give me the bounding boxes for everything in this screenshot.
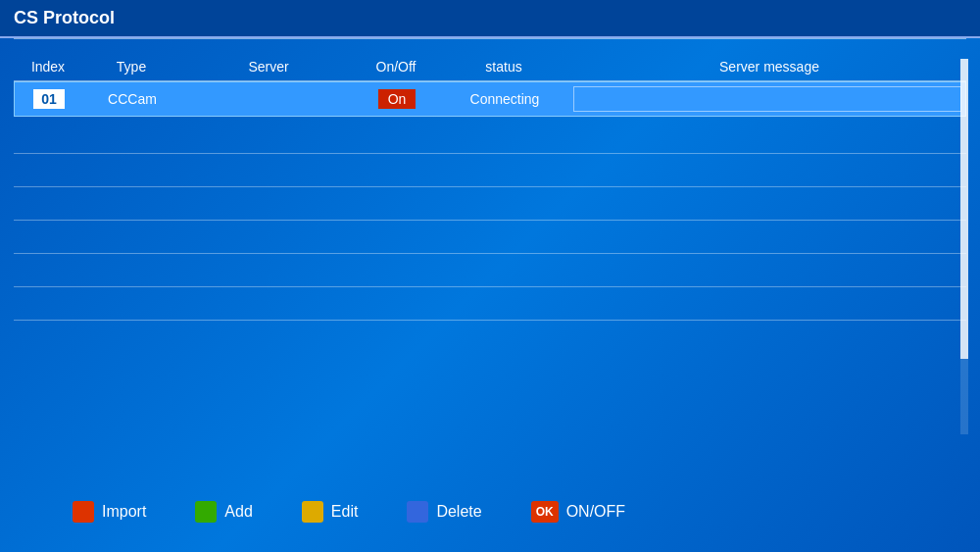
delete-button[interactable]: Delete (407, 501, 481, 523)
header-type: Type (82, 59, 180, 75)
table-row[interactable]: 01 CCCam On Connecting (14, 81, 966, 117)
empty-row-3 (14, 154, 966, 187)
cell-message (573, 86, 961, 112)
scrollbar-thumb (960, 59, 968, 359)
top-divider (14, 38, 966, 39)
red-button-icon (73, 501, 94, 523)
index-value: 01 (33, 89, 65, 109)
header-server: Server (180, 59, 357, 75)
cell-onoff: On (358, 89, 436, 109)
edit-label: Edit (331, 503, 359, 521)
content-area: Index Type Server On/Off status Server m… (0, 43, 980, 330)
empty-row-6 (14, 254, 966, 287)
cell-type: CCCam (83, 91, 181, 107)
header-onoff: On/Off (357, 59, 435, 75)
empty-row-7 (14, 287, 966, 321)
app-container: CS Protocol Index Type Server On/Off sta… (0, 0, 980, 552)
blue-button-icon (407, 501, 428, 523)
scrollbar[interactable] (960, 59, 968, 434)
empty-row-2 (14, 121, 966, 154)
empty-row-4 (14, 187, 966, 221)
cell-status: Connecting (436, 91, 573, 107)
empty-row-5 (14, 221, 966, 254)
delete-label: Delete (436, 503, 481, 521)
footer: Import Add Edit Delete OK ON/OFF (73, 501, 907, 523)
header-msg: Server message (572, 59, 966, 75)
table-header: Index Type Server On/Off status Server m… (14, 53, 966, 81)
header-status: status (435, 59, 572, 75)
window-title: CS Protocol (0, 0, 980, 38)
green-button-icon (195, 501, 217, 523)
onoff-value: On (378, 89, 416, 109)
yellow-button-icon (302, 501, 323, 523)
cell-index: 01 (15, 89, 83, 109)
onoff-label: ON/OFF (566, 503, 625, 521)
empty-rows (14, 121, 966, 321)
header-index: Index (14, 59, 82, 75)
add-label: Add (224, 503, 252, 521)
import-button[interactable]: Import (73, 501, 146, 523)
add-button[interactable]: Add (195, 501, 252, 523)
import-label: Import (102, 503, 146, 521)
onoff-button[interactable]: OK ON/OFF (531, 501, 625, 523)
edit-button[interactable]: Edit (302, 501, 359, 523)
title-text: CS Protocol (14, 8, 115, 27)
ok-button-icon: OK (531, 501, 559, 523)
